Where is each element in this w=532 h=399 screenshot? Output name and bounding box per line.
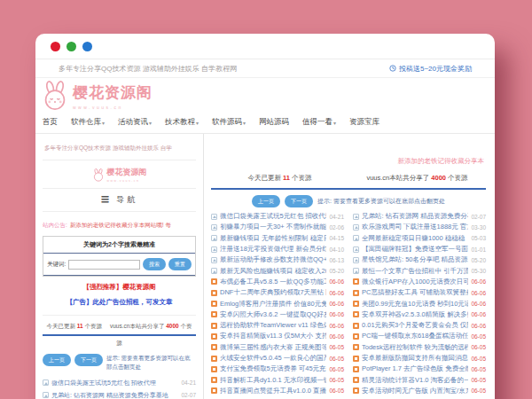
list-item[interactable]: 兄弟站: 钻石资源网 精品资源免费分享基地 02-07 bbox=[43, 389, 196, 399]
resource-type-icon bbox=[211, 311, 217, 317]
nav-item[interactable]: 软件源码 ▾ bbox=[212, 117, 246, 128]
list-item[interactable]: DNF十二周年庆典预约领取7天黑钻 回归用户 06-06 bbox=[211, 287, 344, 298]
resource-title: 微信口袋美露王试玩5元红包 招收代理 bbox=[220, 212, 326, 221]
main-content: 新添加的老铁记得收藏分享本 今天已更新 11 个资源 vuus.cn本站共分享了… bbox=[204, 134, 495, 399]
site-url: www.vuus.cn bbox=[73, 105, 153, 110]
resource-type-icon bbox=[211, 278, 217, 285]
list-item[interactable]: 安卓活动时间无广告版 内置淘宝/京东/苏宁/拼 06-05 bbox=[353, 386, 486, 396]
resource-date: 06-06 bbox=[471, 301, 486, 307]
list-item[interactable]: 0.01元购买3个月爱奇艺黄金会员 仅限京东plus 06-06 bbox=[353, 320, 486, 331]
updated-count: 11 bbox=[77, 323, 83, 329]
list-item[interactable]: 微信口袋美露王试玩5元红包 招收代理 04-21 bbox=[211, 211, 344, 222]
prev-page-button[interactable]: 上一页 bbox=[252, 195, 280, 207]
resource-title: 欢乐游戏周司 下载注册送1888元 官方合作 bbox=[362, 223, 468, 231]
resource-type-icon bbox=[353, 278, 359, 285]
nav-item[interactable]: 值得一看 ▾ bbox=[302, 117, 336, 128]
nav-toggle[interactable]: ☰ 导航 bbox=[43, 188, 196, 212]
resource-date: 05-03 bbox=[471, 235, 486, 241]
nav-item[interactable]: 首页 bbox=[43, 117, 58, 128]
resource-title: 抖音直播间点赞提升工具v1.0.0 直播间自动发 bbox=[220, 387, 326, 395]
promo-link-recommend[interactable]: 【强烈推荐】樱花资源阁 bbox=[43, 283, 196, 292]
list-item[interactable]: 美团0.99元充值10元话费 秒到10元话费秒到 06-06 bbox=[353, 298, 486, 309]
minimize-button[interactable] bbox=[66, 42, 76, 51]
list-item[interactable]: 微博第三届性感内衣大赛 正规美图等价视频 06-05 bbox=[211, 342, 344, 353]
nav-item[interactable]: 网站源码 bbox=[259, 117, 289, 128]
resource-title: 精灵活动统计算器V1.0 淘客必备的一款软件 bbox=[362, 376, 468, 385]
resource-date: 05-20 bbox=[329, 268, 344, 274]
sidebar-site-title: 樱花资源阁 bbox=[107, 167, 147, 178]
bunny-logo-icon bbox=[92, 168, 105, 182]
list-item[interactable]: PC恶搞整好友工具 可辅助装双簧整蛊专家 效 06-06 bbox=[353, 287, 486, 298]
list-item[interactable]: 安卓闪照大师v3.6.2 一键提取QQ好友发的闪照 06-06 bbox=[211, 309, 344, 320]
resource-title: 兄弟站: 钻石资源网 精品资源免费分享基地 bbox=[51, 391, 178, 399]
resource-title: 最恒一个文章广告位招租中 引千万流 黑八方 bbox=[362, 267, 468, 276]
list-item[interactable]: 星铁馆兄弟站: 50名分享吧 精品资源分享基地 05-20 bbox=[353, 254, 486, 265]
resource-type-icon bbox=[211, 356, 217, 362]
resource-type-icon bbox=[353, 257, 359, 263]
list-item[interactable]: 抖音直播间点赞提升工具v1.0.0 直播间自动发 06-05 bbox=[211, 386, 344, 396]
list-item[interactable]: 火绒安全软件v5.0.45 一款良心的国产安全软件 06-05 bbox=[211, 353, 344, 364]
resource-date: 06-05 bbox=[471, 333, 486, 340]
list-item[interactable]: 布偶必备工具v5.8.5 一款QQ多功能工具软件 06-06 bbox=[211, 277, 344, 287]
nav-item[interactable]: 资源宝库 bbox=[349, 117, 379, 128]
list-item[interactable]: 支付宝免费领取5元话费券 可45元充值三网50 06-05 bbox=[211, 364, 344, 374]
search-box-header: 关键词为2个字搜索最精准 bbox=[43, 237, 195, 254]
main-stats: 今天已更新 11 个资源 vuus.cn本站共分享了 4000 个资源 bbox=[211, 174, 486, 190]
list-item[interactable]: 欢乐游戏周司 下载注册送1888元 官方合作 03-30 bbox=[353, 222, 486, 232]
list-item[interactable]: PC端一键领取京东618叠蛋糕活动任务工具 06-05 bbox=[353, 331, 486, 341]
list-item[interactable]: Emlog博客用户注册插件 价值80元免费分享 06-06 bbox=[211, 298, 344, 309]
site-logo[interactable]: 樱花资源阁 www.vuus.cn bbox=[35, 78, 495, 113]
list-item[interactable]: 远程协助软件TeamViewer v11 绿色体积 方便 06-06 bbox=[211, 320, 344, 331]
list-item[interactable]: 兄弟站: 钻石资源网 精品资源免费分享基地 02-07 bbox=[353, 211, 486, 222]
maximize-button[interactable] bbox=[82, 42, 92, 51]
list-item[interactable]: 最新运动助手修改步数支持微信QQ+ZFB步 06-13 bbox=[211, 254, 344, 265]
list-item[interactable]: PotPlayer 1.7 去广告绿色版 免费全能影音播 06-05 bbox=[353, 364, 486, 374]
list-item[interactable]: 注册送18元零投资做代理 新会员分红存1000 04-10 bbox=[211, 244, 344, 254]
list-item[interactable]: 最恒一个文章广告位招租中 引千万流 黑八方 05-30 bbox=[353, 265, 486, 276]
search-button[interactable]: 搜索 bbox=[143, 258, 166, 270]
list-item[interactable]: 微众银行APP存入1000元话费次日可以获得充 06-06 bbox=[353, 277, 486, 287]
nav-item-label: 软件仓库 bbox=[71, 117, 101, 128]
clock-icon bbox=[389, 65, 396, 72]
resource-date: 06-06 bbox=[329, 301, 344, 307]
resource-date: 06-06 bbox=[471, 323, 486, 329]
nav-item[interactable]: 活动资讯 ▾ bbox=[118, 117, 152, 128]
prev-page-button[interactable]: 上一页 bbox=[43, 354, 71, 366]
list-item[interactable]: 抖音解析工具dy1.0.1 无水印视频一键解析软件 06-05 bbox=[211, 374, 344, 385]
nav-item[interactable]: 技术教程 ▾ bbox=[165, 117, 199, 128]
list-item[interactable]: 最新赚钱项目 无年龄性别限制 稳定日赚300+ 04-15 bbox=[211, 233, 344, 244]
promo-link-ad[interactable]: 【广告】此处广告位招租，可发文章 bbox=[43, 298, 196, 307]
resource-date: 06-05 bbox=[329, 387, 344, 394]
list-item[interactable]: 全网最新稳定项目日赚1000 稳稳稳 05-03 bbox=[353, 233, 486, 244]
list-item[interactable]: 初赚暴力项目一天30+ 不需制作就能轻松上车 02-06 bbox=[211, 222, 344, 232]
resource-title: 最新无风险也能赚钱项目 稳定收入200-500元 bbox=[220, 267, 326, 276]
list-item[interactable]: 安卓最新版防撤回支持所有撤回消息了! iOS版 06-05 bbox=[353, 353, 486, 364]
list-item[interactable]: Todesk远程控制软件 较为流畅的远程协助工具 06-05 bbox=[353, 342, 486, 353]
sidebar-site-description: 多年专注分享QQ技术资源 游戏辅助外挂娱乐 自学 bbox=[43, 143, 196, 160]
list-item[interactable]: 精灵活动统计算器V1.0 淘客必备的一款软件 06-05 bbox=[353, 374, 486, 385]
list-item[interactable]: 【寓田磁牌鞋冠】免费送空军一号面值1970元 01-01 bbox=[353, 244, 486, 254]
resource-date: 06-05 bbox=[329, 366, 344, 372]
next-page-button[interactable]: 下一页 bbox=[285, 195, 313, 207]
resource-date: 04-21 bbox=[181, 379, 196, 386]
resource-date: 02-07 bbox=[471, 214, 486, 220]
list-item[interactable]: 微信口袋美露王试玩5元红包 招收代理 04-21 bbox=[43, 377, 196, 389]
submit-reward-link[interactable]: 投稿送5~20元现金奖励 bbox=[389, 64, 472, 74]
nav-item-label: 值得一看 bbox=[302, 117, 332, 128]
list-item[interactable]: 安卓双开神器v2.5.3.0精简版 解决多账号问题 06-06 bbox=[353, 309, 486, 320]
list-item[interactable]: 安卓抖音精简版v11.3 仅5M大小 支持账号登录 06-06 bbox=[211, 331, 344, 341]
resource-title: 安卓抖音精简版v11.3 仅5M大小 支持账号登录 bbox=[220, 332, 326, 340]
hamburger-icon: ☰ bbox=[101, 195, 112, 204]
keyword-input[interactable] bbox=[68, 260, 140, 270]
resource-title: 兄弟站: 钻石资源网 精品资源免费分享基地 bbox=[362, 212, 468, 221]
resource-title: 微众银行APP存入1000元话费次日可以获得充 bbox=[362, 278, 468, 286]
nav-item[interactable]: 软件仓库 ▾ bbox=[71, 117, 105, 128]
reset-button[interactable]: 重置 bbox=[168, 258, 192, 270]
next-page-button[interactable]: 下一页 bbox=[74, 354, 103, 366]
sidebar-logo[interactable]: 樱花资源阁 www.vuus.cn bbox=[43, 160, 196, 188]
resource-date: 02-06 bbox=[329, 224, 344, 231]
list-item[interactable]: 最新无风险也能赚钱项目 稳定收入200-500元 05-20 bbox=[211, 265, 344, 276]
resource-title: 微博第三届性感内衣大赛 正规美图等价视频 bbox=[220, 343, 326, 352]
site-description: 多年专注分享QQ技术资源 游戏辅助外挂娱乐 自学教程网 bbox=[59, 64, 237, 74]
close-button[interactable] bbox=[51, 42, 60, 51]
